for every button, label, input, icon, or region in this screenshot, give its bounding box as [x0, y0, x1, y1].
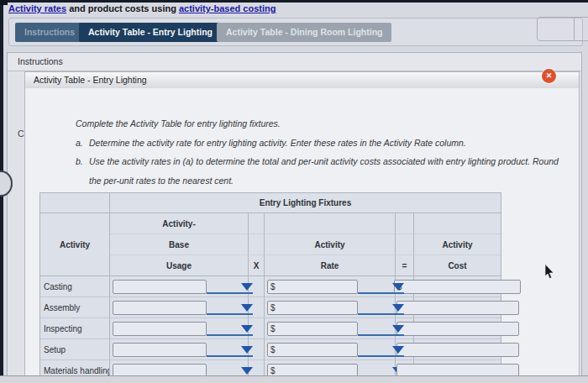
- row-label: Inspecting: [40, 318, 110, 339]
- dropdown-arrow-icon: [241, 304, 253, 312]
- screen-top-edge: [0, 0, 588, 3]
- row-label: Casting: [40, 276, 110, 297]
- col-header-multiply: X: [249, 255, 265, 276]
- item-a-text: Determine the activity rate for entry li…: [89, 134, 563, 153]
- usage-dropdown[interactable]: [207, 343, 253, 357]
- toolbar-button-2[interactable]: [575, 18, 588, 40]
- header-spacer: [414, 213, 501, 234]
- header-spacer: [396, 213, 414, 234]
- rate-dropdown[interactable]: [358, 343, 404, 357]
- usage-cell: [110, 297, 249, 318]
- rate-cell: $: [265, 297, 396, 318]
- window-title: Instructions: [8, 53, 581, 71]
- corner-cell: [40, 193, 110, 213]
- usage-cell: [110, 276, 249, 297]
- dropdown-arrow-icon: [392, 304, 404, 312]
- currency-prefix: $: [270, 324, 276, 333]
- tab-instructions[interactable]: Instructions: [15, 23, 84, 42]
- group-header: Entry Lighting Fixtures: [110, 193, 501, 213]
- usage-dropdown[interactable]: [207, 301, 253, 315]
- rate-dropdown[interactable]: [358, 322, 404, 336]
- usage-cell: [110, 339, 249, 360]
- instructions-window: Instructions Co Activity Table - Entry L…: [7, 52, 582, 383]
- usage-input[interactable]: [116, 323, 203, 334]
- item-b-text: Use the activity rates in (a) to determi…: [89, 152, 563, 190]
- entry-lighting-panel: Activity Table - Entry Lighting ✕ Comple…: [24, 71, 580, 378]
- close-icon: ✕: [546, 71, 553, 80]
- rate-input[interactable]: [277, 323, 354, 334]
- page-title-text: and product costs using: [66, 3, 179, 13]
- close-button[interactable]: ✕: [542, 69, 556, 83]
- rate-dropdown[interactable]: [358, 301, 404, 315]
- dropdown-arrow-icon: [241, 325, 253, 333]
- col-header-base-3: Usage: [110, 255, 249, 276]
- viewport-bottom-edge: [0, 375, 588, 383]
- tab-dining-room-lighting[interactable]: Activity Table - Dining Room Lighting: [217, 23, 391, 42]
- cost-input[interactable]: [402, 344, 516, 355]
- rate-input[interactable]: [277, 302, 354, 313]
- header-spacer: [249, 213, 265, 234]
- currency-prefix: $: [270, 282, 276, 291]
- item-b-marker: b.: [76, 152, 89, 190]
- cost-input[interactable]: [402, 323, 516, 334]
- usage-input[interactable]: [116, 344, 203, 355]
- dropdown-arrow-icon: [241, 367, 253, 375]
- instructions-intro: Complete the Activity Table for entry li…: [76, 114, 563, 134]
- rate-input[interactable]: [277, 344, 354, 355]
- cost-input[interactable]: [402, 302, 516, 313]
- toolbar-button-1[interactable]: [538, 18, 575, 40]
- screen-corner: [0, 0, 8, 5]
- rate-input[interactable]: [277, 281, 354, 292]
- cost-cell: $: [414, 276, 501, 297]
- item-a-marker: a.: [76, 134, 89, 153]
- instruction-item-a: a. Determine the activity rate for entry…: [76, 134, 563, 153]
- usage-dropdown[interactable]: [207, 280, 253, 294]
- rate-dropdown[interactable]: [358, 280, 404, 294]
- rate-cell: $: [265, 339, 396, 360]
- cost-cell: [414, 297, 501, 318]
- col-header-rate-2: Rate: [265, 255, 396, 276]
- panel-title: Activity Table - Entry Lighting: [34, 75, 147, 85]
- col-header-cost-1: Activity: [414, 234, 501, 255]
- col-header-base-1: Activity-: [110, 213, 249, 234]
- usage-input[interactable]: [116, 302, 203, 313]
- header-spacer: [396, 234, 414, 255]
- usage-input[interactable]: [116, 281, 203, 292]
- activity-rates-link[interactable]: Activity rates: [8, 3, 66, 13]
- instructions-text: Complete the Activity Table for entry li…: [76, 114, 563, 190]
- tab-bar: Instructions Activity Table - Entry Ligh…: [8, 18, 583, 46]
- rate-cell: $: [265, 318, 396, 339]
- mouse-cursor-icon: [544, 264, 555, 280]
- cost-cell: [414, 339, 501, 360]
- dropdown-arrow-icon: [392, 325, 404, 333]
- currency-prefix: $: [270, 366, 276, 375]
- usage-dropdown[interactable]: [207, 322, 253, 336]
- activity-based-costing-link[interactable]: activity-based costing: [179, 3, 276, 13]
- instruction-item-b: b. Use the activity rates in (a) to dete…: [76, 152, 563, 190]
- dropdown-arrow-icon: [241, 346, 253, 354]
- tab-entry-lighting[interactable]: Activity Table - Entry Lighting: [79, 23, 222, 42]
- currency-prefix: $: [270, 303, 276, 312]
- cost-cell: [414, 318, 501, 339]
- row-label: Setup: [40, 339, 110, 360]
- dropdown-arrow-icon: [392, 283, 404, 291]
- panel-body: Complete the Activity Table for entry li…: [25, 88, 579, 377]
- panel-header: Activity Table - Entry Lighting ✕: [25, 72, 579, 89]
- col-header-cost-2: Cost: [414, 255, 501, 276]
- usage-cell: [110, 318, 249, 339]
- dropdown-arrow-icon: [392, 346, 404, 354]
- page-title: Activity rates and product costs using a…: [8, 3, 276, 13]
- dropdown-arrow-icon: [241, 283, 253, 291]
- activity-table: Entry Lighting Fixtures Activity Activit…: [39, 192, 501, 382]
- header-spacer: [249, 234, 265, 255]
- rate-cell: $: [265, 276, 396, 297]
- row-label: Assembly: [40, 297, 110, 318]
- cost-input[interactable]: [403, 281, 517, 292]
- currency-prefix: $: [270, 345, 276, 354]
- col-header-equals: =: [396, 255, 414, 276]
- header-spacer: [265, 213, 396, 234]
- col-header-rate-1: Activity: [265, 234, 396, 255]
- toolbar-button-group: [537, 17, 588, 41]
- col-header-base-2: Base: [110, 234, 249, 255]
- col-header-activity: Activity: [40, 213, 110, 276]
